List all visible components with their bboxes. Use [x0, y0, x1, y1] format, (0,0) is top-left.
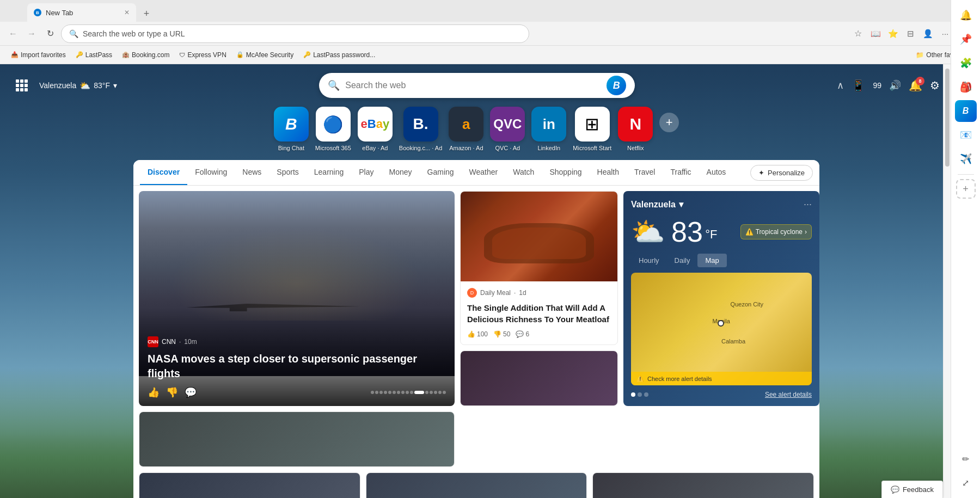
- netflix-label: Netflix: [627, 145, 644, 151]
- tab-watch[interactable]: Watch: [505, 160, 542, 185]
- quick-link-linkedin[interactable]: in LinkedIn: [531, 107, 566, 151]
- sidebar-outlook[interactable]: 📧: [955, 124, 977, 146]
- sidebar-extension1[interactable]: 🎒: [955, 76, 977, 98]
- tab-close-icon[interactable]: ✕: [124, 9, 130, 16]
- active-tab[interactable]: B New Tab ✕: [27, 3, 136, 22]
- personalize-button[interactable]: ✦ Personalize: [750, 165, 813, 181]
- quick-link-m365[interactable]: 🔵 Microsoft 365: [315, 107, 351, 151]
- apps-grid-button[interactable]: [13, 77, 30, 94]
- profile-icon[interactable]: 👤: [920, 26, 935, 41]
- quick-link-msstart[interactable]: ⊞ Microsoft Start: [573, 107, 611, 151]
- sidebar-add-button[interactable]: +: [956, 179, 976, 199]
- weather-tab-daily[interactable]: Daily: [667, 254, 698, 267]
- thumbs-up-icon[interactable]: 👍: [148, 386, 160, 398]
- tab-traffic[interactable]: Traffic: [663, 160, 699, 185]
- bottom-article-1[interactable]: [460, 351, 618, 406]
- bottom-articles-row: [133, 472, 819, 498]
- weather-alert-label[interactable]: ⚠️ Tropical cyclone ›: [740, 224, 812, 239]
- sidebar-browser-essentials[interactable]: 🧩: [955, 52, 977, 74]
- map-quezon-city-label: Quezon City: [731, 301, 764, 308]
- tab-learning[interactable]: Learning: [307, 160, 352, 185]
- sidebar-extension2[interactable]: ✈️: [955, 148, 977, 170]
- new-tab-button[interactable]: +: [138, 5, 155, 22]
- weather-main-display: ⛅ 83 °F ⚠️ Tropical cyclone ›: [631, 216, 812, 248]
- fav-expressvpn[interactable]: 🛡 Express VPN: [175, 50, 230, 60]
- quick-link-bing-chat[interactable]: B Bing Chat: [274, 107, 309, 151]
- sidebar-notifications[interactable]: 🔔: [955, 4, 977, 26]
- weather-temp-display: 83 °F: [671, 216, 718, 248]
- see-alert-details-link[interactable]: See alert details: [765, 391, 812, 398]
- weather-location-name[interactable]: Valenzuela ▾: [631, 199, 683, 210]
- reading-view-icon[interactable]: 📖: [868, 26, 883, 41]
- quick-link-amazon[interactable]: a Amazon · Ad: [449, 107, 483, 151]
- like-count: 100: [477, 330, 488, 338]
- back-button[interactable]: ←: [5, 26, 21, 41]
- meatloaf-stats: 👍 100 👎 50 💬 6: [467, 330, 611, 338]
- bottom-article-2[interactable]: [139, 411, 455, 467]
- thumbs-down-icon[interactable]: 👎: [166, 386, 178, 398]
- dislike-icon: 👎: [493, 330, 501, 338]
- quick-link-ebay[interactable]: eBay eBay · Ad: [358, 107, 393, 151]
- check-alert-banner[interactable]: ⚠️ Check more alert details: [631, 372, 812, 385]
- tab-health[interactable]: Health: [590, 160, 627, 185]
- collapse-up-icon[interactable]: ∧: [837, 79, 844, 91]
- tab-play[interactable]: Play: [351, 160, 381, 185]
- browser-chrome: B New Tab ✕ + ← → ↻ 🔍 Search the web or …: [0, 0, 980, 64]
- favorites-icon[interactable]: ☆: [850, 26, 866, 41]
- location-weather[interactable]: Valenzuela ⛅ 83°F ▾: [39, 81, 117, 91]
- meatloaf-source: D Daily Meal · 1d: [467, 288, 611, 298]
- read-aloud-icon[interactable]: 🔊: [889, 79, 901, 91]
- weather-tab-hourly[interactable]: Hourly: [631, 254, 667, 267]
- tab-weather[interactable]: Weather: [462, 160, 506, 185]
- notifications-button[interactable]: 🔔 8: [909, 79, 922, 92]
- collections-icon[interactable]: ⭐: [885, 26, 901, 41]
- refresh-button[interactable]: ↻: [42, 26, 58, 41]
- sidebar-bing[interactable]: B: [955, 100, 977, 122]
- add-quick-link[interactable]: +: [659, 113, 679, 132]
- fav-booking[interactable]: 🏨 Booking.com: [118, 50, 174, 60]
- tab-discover[interactable]: Discover: [140, 160, 187, 185]
- fav-import[interactable]: 📥 Import favorites: [7, 50, 70, 60]
- tab-shopping[interactable]: Shopping: [542, 160, 589, 185]
- tab-news[interactable]: News: [235, 160, 269, 185]
- fav-lastpass[interactable]: 🔑 LastPass: [71, 50, 117, 60]
- fav-mcafee[interactable]: 🔒 McAfee Security: [232, 50, 298, 60]
- address-bar[interactable]: 🔍 Search the web or type a URL: [61, 24, 529, 43]
- main-article-card[interactable]: CNN CNN · 10m NASA moves a step closer t…: [139, 191, 455, 406]
- bottom-article-4[interactable]: [366, 472, 587, 498]
- quick-link-booking[interactable]: B. Booking.c... · Ad: [399, 107, 443, 151]
- weather-dot-3: [644, 392, 648, 397]
- sidebar-edit-button[interactable]: ✏: [955, 448, 977, 470]
- quick-link-qvc[interactable]: QVC QVC · Ad: [490, 107, 525, 151]
- tab-sports[interactable]: Sports: [269, 160, 306, 185]
- weather-tab-map[interactable]: Map: [697, 254, 726, 267]
- bottom-article-3[interactable]: [139, 472, 360, 498]
- meatloaf-article-card[interactable]: D Daily Meal · 1d The Single Addition Th…: [460, 191, 618, 345]
- bottom-img-5: [593, 473, 813, 498]
- bottom-img-3: [139, 473, 360, 498]
- map-calamba-label: Calamba: [721, 338, 745, 345]
- tab-travel[interactable]: Travel: [627, 160, 663, 185]
- settings-icon[interactable]: ⚙: [930, 79, 940, 92]
- grid-dot: [24, 79, 28, 83]
- sidebar-expand-button[interactable]: ⤢: [955, 472, 977, 494]
- import-icon: 📥: [11, 51, 19, 58]
- sidebar-collections[interactable]: 📌: [955, 28, 977, 50]
- amazon-icon-box: a: [449, 107, 483, 142]
- tab-money[interactable]: Money: [382, 160, 420, 185]
- bing-chat-button[interactable]: B: [607, 76, 626, 95]
- tab-gaming[interactable]: Gaming: [420, 160, 462, 185]
- quick-link-netflix[interactable]: N Netflix: [618, 107, 653, 151]
- tab-following[interactable]: Following: [187, 160, 235, 185]
- mobile-icon[interactable]: 📱: [852, 79, 865, 92]
- main-search-bar[interactable]: 🔍 B: [319, 73, 635, 98]
- tab-autos[interactable]: Autos: [699, 160, 734, 185]
- comment-icon[interactable]: 💬: [185, 386, 197, 398]
- fav-lastpass-pw[interactable]: 🔑 LastPass password...: [299, 50, 379, 60]
- meatloaf-article-body: D Daily Meal · 1d The Single Addition Th…: [461, 281, 617, 345]
- search-input[interactable]: [345, 81, 601, 90]
- split-screen-icon[interactable]: ⊟: [903, 26, 918, 41]
- bottom-article-5[interactable]: [592, 472, 814, 498]
- forward-button[interactable]: →: [24, 26, 39, 41]
- weather-more-icon[interactable]: ···: [804, 199, 812, 210]
